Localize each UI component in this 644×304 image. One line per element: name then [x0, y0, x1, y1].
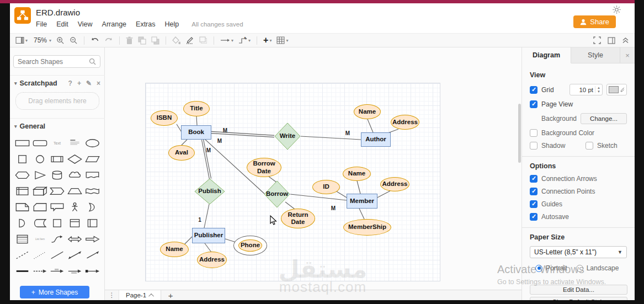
shape-arrow-labeled-2[interactable]	[67, 266, 83, 276]
diagram-canvas[interactable]: BookAuthorMemberPublisherWritePublishBor…	[105, 47, 521, 290]
attribute-phone[interactable]: Phone	[238, 239, 262, 252]
to-front-button[interactable]	[138, 36, 146, 45]
menu-help[interactable]: Help	[165, 20, 179, 28]
edit-data-button[interactable]: Edit Data...	[530, 285, 627, 295]
shape-parallelogram[interactable]	[84, 154, 100, 164]
menu-view[interactable]: View	[78, 20, 93, 28]
waypoint-style-dropdown[interactable]: 1 ▾	[238, 37, 251, 44]
shape-tape[interactable]	[84, 186, 100, 196]
shape-dotted-line[interactable]	[32, 250, 49, 260]
pages-menu-icon[interactable]: ⋮	[105, 290, 119, 300]
portrait-radio[interactable]	[535, 265, 542, 272]
zoom-level-dropdown[interactable]: 75% ▾	[33, 36, 51, 44]
tab-style[interactable]: Style	[571, 47, 620, 63]
grid-checkbox[interactable]	[530, 86, 537, 94]
shape-directional-connector[interactable]	[84, 250, 100, 260]
page-view-checkbox[interactable]	[530, 100, 537, 108]
shape-actor[interactable]	[67, 202, 83, 212]
menu-file[interactable]: File	[36, 20, 47, 28]
undo-button[interactable]	[91, 37, 99, 44]
shape-rounded-rectangle[interactable]	[32, 138, 49, 148]
shape-card[interactable]	[32, 202, 49, 212]
shape-bidirectional-connector[interactable]	[67, 250, 83, 260]
redo-button[interactable]	[104, 37, 113, 44]
zoom-out-button[interactable]	[70, 36, 78, 45]
shape-step[interactable]	[49, 186, 66, 196]
paper-size-select[interactable]: US-Letter (8,5" x 11") ▼	[530, 246, 627, 258]
collapse-triangle-icon[interactable]: ▾	[14, 81, 17, 86]
background-color-checkbox[interactable]	[530, 129, 537, 137]
add-page-button[interactable]: +	[161, 290, 180, 300]
menu-edit[interactable]: Edit	[56, 20, 68, 28]
entity-publisher[interactable]: Publisher	[192, 228, 225, 243]
attribute-member-id[interactable]: ID	[312, 180, 340, 194]
shape-process[interactable]	[49, 154, 66, 164]
tab-diagram[interactable]: Diagram	[522, 47, 571, 63]
delete-button[interactable]	[126, 36, 133, 45]
entity-author[interactable]: Author	[361, 132, 391, 147]
shape-list-item[interactable]: List Item	[32, 234, 49, 244]
shape-arrow[interactable]	[84, 234, 100, 244]
fill-color-button[interactable]	[172, 36, 180, 44]
shape-text[interactable]: Text	[49, 138, 66, 148]
entity-member[interactable]: Member	[347, 194, 377, 209]
shape-cube[interactable]	[32, 186, 49, 196]
fullscreen-button[interactable]	[593, 36, 601, 44]
grid-color-picker[interactable]	[606, 84, 627, 95]
add-icon[interactable]: +	[77, 79, 81, 87]
shape-link[interactable]	[14, 266, 31, 276]
shape-dashed-line[interactable]	[14, 250, 31, 260]
relation-publish[interactable]: Publish	[194, 178, 225, 205]
line-color-button[interactable]	[185, 36, 194, 44]
shape-note[interactable]	[14, 202, 31, 212]
format-panel-toggle-button[interactable]	[608, 37, 615, 44]
sketch-checkbox[interactable]	[586, 142, 593, 150]
shape-line[interactable]	[49, 250, 66, 260]
shape-trapezoid[interactable]	[67, 186, 83, 196]
shape-container-vertical[interactable]	[67, 218, 83, 228]
attribute-return-date[interactable]: Return Date	[281, 209, 315, 228]
attribute-publisher-name[interactable]: Name	[160, 242, 189, 257]
attribute-isbn[interactable]: ISBN	[151, 110, 178, 126]
shape-callout[interactable]	[49, 202, 66, 212]
attribute-publisher-address[interactable]: Address	[197, 252, 227, 268]
connection-style-dropdown[interactable]: ▾	[220, 38, 233, 43]
shape-container[interactable]	[49, 218, 66, 228]
shape-arrow-endpoints[interactable]	[84, 266, 100, 276]
entity-book[interactable]: Book	[181, 125, 211, 140]
edit-icon[interactable]: ✎	[86, 79, 92, 87]
shape-curve[interactable]	[49, 234, 66, 244]
shape-bidirectional-arrow[interactable]	[67, 234, 83, 244]
share-button[interactable]: Share	[573, 15, 616, 28]
view-panels-button[interactable]: ▾	[15, 36, 28, 44]
attribute-member-address[interactable]: Address	[380, 177, 409, 191]
shape-hexagon[interactable]	[14, 170, 31, 180]
shape-internal-storage[interactable]	[14, 186, 31, 196]
table-dropdown[interactable]: ▾	[276, 36, 288, 44]
shape-search-input[interactable]	[18, 58, 89, 66]
landscape-radio[interactable]	[576, 265, 583, 272]
close-icon[interactable]: ×	[97, 79, 100, 87]
connection-points-checkbox[interactable]	[530, 188, 537, 195]
shape-container-horizontal[interactable]	[84, 218, 100, 228]
menu-extras[interactable]: Extras	[136, 20, 155, 28]
shape-cloud[interactable]	[67, 170, 83, 180]
grid-size-spinner[interactable]: 10 pt ▲▼	[570, 84, 603, 95]
attribute-author-address[interactable]: Address	[391, 115, 419, 130]
shadow-button[interactable]	[199, 36, 207, 44]
shape-or[interactable]	[84, 202, 100, 212]
relation-write[interactable]: Write	[274, 122, 301, 150]
autosave-checkbox[interactable]	[530, 213, 537, 221]
menu-arrange[interactable]: Arrange	[102, 20, 126, 28]
shape-ellipse[interactable]	[84, 138, 100, 148]
attribute-member-name[interactable]: Name	[343, 167, 371, 181]
shape-arrow-labeled[interactable]	[49, 266, 66, 276]
insert-dropdown[interactable]: + ▾	[263, 36, 272, 45]
shape-circle[interactable]	[32, 154, 49, 164]
help-icon[interactable]: ?	[68, 79, 72, 87]
zoom-in-button[interactable]	[56, 36, 65, 45]
to-back-button[interactable]	[151, 36, 159, 45]
shape-triangle[interactable]	[32, 170, 49, 180]
spinner-arrows-icon[interactable]: ▲▼	[595, 86, 602, 93]
shape-textbox[interactable]	[67, 138, 83, 148]
